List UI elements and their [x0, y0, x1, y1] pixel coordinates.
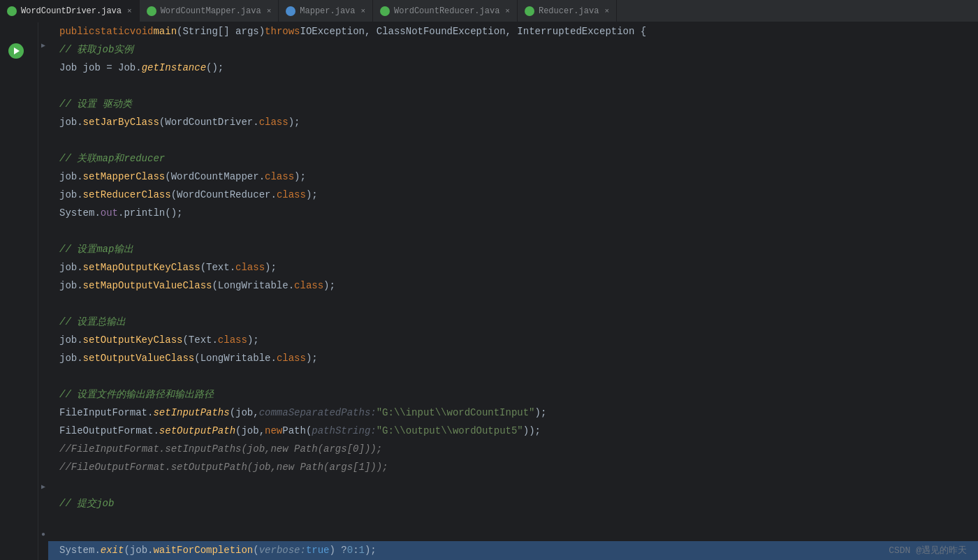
code-line-15: job. setMapOutputValueClass (LongWritabl… — [48, 277, 978, 295]
code-area: public static void main (String[] args) … — [48, 22, 978, 560]
tab-mapper[interactable]: Mapper.java × — [279, 0, 373, 22]
tab-label-wordcountdriver: WordCountDriver.java — [21, 6, 122, 16]
code-line-6: job. setJarByClass (WordCountDriver. cla… — [48, 113, 978, 131]
code-line-empty6 — [48, 476, 978, 494]
tab-close-wordcountdriver[interactable]: × — [127, 7, 132, 15]
code-line-17: // 设置总输出 — [48, 313, 978, 331]
code-line-25: // FileOutputFormat.setOutputPath(job,ne… — [48, 458, 978, 476]
tab-close-mapper[interactable]: × — [361, 7, 366, 15]
tab-bar: WordCountDriver.java × WordCountMapper.j… — [0, 0, 978, 22]
code-line-1: public static void main (String[] args) … — [48, 22, 978, 40]
code-line-11: System. out .println(); — [48, 204, 978, 222]
code-line-empty5 — [48, 367, 978, 385]
tab-wordcountmapper[interactable]: WordCountMapper.java × — [140, 0, 279, 22]
code-line-18: job. setOutputKeyClass (Text. class ); — [48, 331, 978, 349]
code-line-3: Job job = Job. getInstance (); — [48, 59, 978, 77]
code-line-22: FileInputFormat. setInputPaths (job, com… — [48, 404, 978, 422]
tab-icon-wordcountmapper — [147, 6, 156, 16]
csdn-watermark: CSDN @遇见的昨天 — [889, 542, 967, 560]
code-line-23: FileOutputFormat. setOutputPath (job, ne… — [48, 422, 978, 440]
tab-icon-reducer — [525, 6, 534, 16]
code-line-28-bottom: System. exit (job. waitForCompletion ( v… — [48, 541, 978, 560]
tab-close-wordcountmapper[interactable]: × — [267, 7, 272, 15]
code-line-19: job. setOutputValueClass (LongWritable. … — [48, 349, 978, 367]
code-line-empty4 — [48, 295, 978, 313]
tab-label-wordcountreducer: WordCountReducer.java — [394, 6, 499, 16]
tab-label-reducer: Reducer.java — [539, 6, 599, 16]
code-line-8: // 关联map和reducer — [48, 149, 978, 168]
fold-icon-systemexit[interactable]: ● — [38, 529, 48, 539]
code-line-10: job. setReducerClass (WordCountReducer. … — [48, 186, 978, 204]
code-line-empty2 — [48, 131, 978, 149]
code-line-2: // 获取job实例 — [48, 40, 978, 59]
tab-reducer[interactable]: Reducer.java × — [518, 0, 617, 22]
code-line-21: // 设置文件的输出路径和输出路径 — [48, 385, 978, 404]
tab-icon-mapper — [286, 6, 295, 16]
fold-icon-comment1[interactable]: ▶ — [38, 482, 48, 492]
run-area — [0, 22, 38, 560]
code-line-5: // 设置 驱动类 — [48, 95, 978, 113]
code-line-24: // FileInputFormat.setInputPaths(job,new… — [48, 440, 978, 458]
tab-close-wordcountreducer[interactable]: × — [505, 7, 510, 15]
code-line-14: job. setMapOutputKeyClass (Text. class )… — [48, 258, 978, 277]
tab-icon-wordcountreducer — [380, 6, 390, 16]
code-line-empty3 — [48, 222, 978, 240]
code-line-empty1 — [48, 77, 978, 95]
tab-label-wordcountmapper: WordCountMapper.java — [161, 6, 261, 16]
tab-wordcountreducer[interactable]: WordCountReducer.java × — [373, 0, 518, 22]
tab-icon-wordcountdriver — [7, 6, 17, 16]
tab-label-mapper: Mapper.java — [300, 6, 355, 16]
fold-icon-main[interactable]: ▶ — [38, 40, 48, 50]
code-line-9: job. setMapperClass (WordCountMapper. cl… — [48, 168, 978, 186]
code-line-27: // 提交job — [48, 494, 978, 513]
code-line-13: // 设置map输出 — [48, 240, 978, 258]
tab-close-reducer[interactable]: × — [604, 7, 609, 15]
tab-wordcountdriver[interactable]: WordCountDriver.java × — [0, 0, 140, 22]
run-button[interactable] — [8, 43, 24, 59]
